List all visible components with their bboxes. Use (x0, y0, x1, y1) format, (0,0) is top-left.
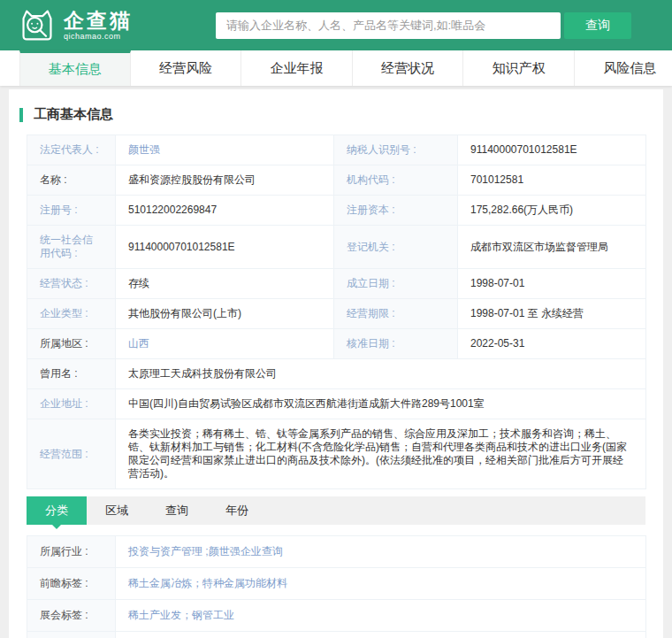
field-value: 稀土金属冶炼；特种金属功能材料 (116, 568, 646, 600)
field-value: 成都市双流区市场监督管理局 (458, 226, 646, 269)
tab-business-risk[interactable]: 经营风险 (131, 50, 242, 86)
table-row: 企业地址 : 中国(四川)自由贸易试验区成都市双流区西航港街道成新大件路289号… (27, 389, 646, 419)
filter-tab-region[interactable]: 区域 (87, 496, 147, 525)
field-label: 名称 : (27, 165, 116, 196)
site-header: 企查猫 qichamao.com 查询 (0, 0, 672, 50)
page-body: 工商基本信息 法定代表人 : 颜世强 纳税人识别号 : 911400007010… (0, 86, 672, 638)
field-value: 175,282.66(万人民币) (458, 196, 646, 226)
table-row: 名称 : 盛和资源控股股份有限公司 机构代码 : 701012581 (27, 165, 646, 196)
section-header: 工商基本信息 (19, 106, 645, 123)
field-value: 存续 (116, 269, 334, 299)
qichamao-logo[interactable]: 企查猫 qichamao.com (18, 8, 133, 43)
field-value: 盛和资源控股股份有限公司 (116, 165, 334, 196)
filter-tab-category[interactable]: 分类 (27, 496, 87, 525)
table-row: 曾用名 : 太原理工天成科技股份有限公司 (27, 359, 646, 389)
field-value: 91140000701012581E (458, 135, 646, 165)
field-value: 91140000701012581E (116, 226, 334, 269)
field-label: 所属行业 : (27, 536, 116, 568)
field-label: 注册号 : (27, 196, 116, 226)
field-label: 机构代码 : (334, 165, 458, 196)
field-label: 企业地址 : (27, 389, 116, 419)
tab-intellectual-property[interactable]: 知识产权 (463, 50, 575, 86)
field-value: 其他股份有限公司(上市) (116, 299, 334, 329)
table-row: 所属地区 : 山西 核准日期 : 2022-05-31 (27, 329, 646, 359)
filter-tab-year[interactable]: 年份 (207, 496, 267, 525)
tab-operating-status[interactable]: 经营状况 (353, 50, 464, 86)
industry-links[interactable]: 投资与资产管理 ;颜世强企业查询 (128, 545, 283, 557)
table-row: 前瞻标签 : 稀土金属冶炼；特种金属功能材料 (27, 568, 646, 600)
tags-table: 所属行业 : 投资与资产管理 ;颜世强企业查询 前瞻标签 : 稀土金属冶炼；特种… (27, 535, 646, 638)
table-row: 经营状态 : 存续 成立日期 : 1998-07-01 (27, 269, 646, 299)
table-row: 注册号 : 510122002269847 注册资本 : 175,282.66(… (27, 196, 646, 226)
field-label: 曾用名 : (27, 359, 116, 389)
table-row: 法定代表人 : 颜世强 纳税人识别号 : 91140000701012581E (27, 135, 646, 165)
field-label: 注册资本 : (334, 196, 458, 226)
brand-domain: qichamao.com (64, 32, 133, 41)
business-scope-value: 各类实业投资；稀有稀土、锆、钛等金属系列产品的销售、综合应用及深加工；技术服务和… (116, 419, 646, 489)
main-nav: 基本信息 经营风险 企业年报 经营状况 知识产权 风险信息 (0, 50, 672, 86)
field-label: 核准日期 : (334, 329, 458, 359)
field-label: 成立日期 : (334, 269, 458, 299)
content-card: 工商基本信息 法定代表人 : 颜世强 纳税人识别号 : 911400007010… (9, 89, 663, 638)
search-input[interactable] (216, 12, 561, 39)
field-value: 2022-05-31 (458, 329, 646, 359)
table-row: 企业类型 : 其他股份有限公司(上市) 经营期限 : 1998-07-01 至 … (27, 299, 646, 329)
filter-tab-query[interactable]: 查询 (147, 496, 207, 525)
field-label: 登记机关 : (334, 226, 458, 269)
field-value: 销售；各类；材料；技术咨询 (116, 632, 646, 638)
field-label: 纳税人识别号 : (334, 135, 458, 165)
table-row: 业务标签 : 销售；各类；材料；技术咨询 (27, 632, 646, 638)
field-value: 稀土产业发；钢管工业 (116, 600, 646, 632)
field-label: 所属地区 : (27, 329, 116, 359)
page-title: 工商基本信息 (34, 106, 113, 123)
search-button[interactable]: 查询 (564, 12, 631, 39)
field-value: 山西 (116, 329, 334, 359)
field-value: 510122002269847 (116, 196, 334, 226)
company-info-table: 法定代表人 : 颜世强 纳税人识别号 : 91140000701012581E … (27, 135, 646, 489)
field-label: 经营状态 : (27, 269, 116, 299)
foresight-tag-links[interactable]: 稀土金属冶炼；特种金属功能材料 (128, 577, 287, 589)
field-value: 1998-07-01 (458, 269, 646, 299)
brand-text: 企查猫 qichamao.com (64, 10, 133, 40)
field-label: 企业类型 : (27, 299, 116, 329)
field-value: 投资与资产管理 ;颜世强企业查询 (116, 536, 646, 568)
accent-bar (19, 108, 23, 122)
field-label: 业务标签 : (27, 632, 116, 638)
search-bar: 查询 (216, 12, 631, 39)
table-row: 经营范围 : 各类实业投资；稀有稀土、锆、钛等金属系列产品的销售、综合应用及深加… (27, 419, 646, 489)
table-row: 所属行业 : 投资与资产管理 ;颜世强企业查询 (27, 536, 646, 568)
field-label: 法定代表人 : (27, 135, 116, 165)
filter-tab-bar: 分类 区域 查询 年份 (27, 496, 645, 525)
field-value: 颜世强 (116, 135, 334, 165)
legal-representative-link[interactable]: 颜世强 (128, 143, 160, 156)
tab-annual-report[interactable]: 企业年报 (241, 50, 353, 86)
field-value: 太原理工天成科技股份有限公司 (116, 359, 646, 389)
region-link[interactable]: 山西 (128, 337, 149, 350)
tab-basic-info[interactable]: 基本信息 (19, 50, 131, 86)
brand-name: 企查猫 (64, 10, 133, 31)
field-label: 统一社会信用代码 : (27, 226, 116, 269)
table-row: 统一社会信用代码 : 91140000701012581E 登记机关 : 成都市… (27, 226, 646, 269)
field-value: 中国(四川)自由贸易试验区成都市双流区西航港街道成新大件路289号1001室 (116, 389, 646, 419)
field-label: 经营期限 : (334, 299, 458, 329)
field-value: 701012581 (458, 165, 646, 196)
field-label: 前瞻标签 : (27, 568, 116, 600)
exhibition-tag-links[interactable]: 稀土产业发；钢管工业 (128, 609, 234, 621)
table-row: 展会标签 : 稀土产业发；钢管工业 (27, 600, 646, 632)
cat-magnifier-icon (18, 8, 57, 43)
field-label: 经营范围 : (27, 419, 116, 489)
tab-risk-info[interactable]: 风险信息 (575, 50, 672, 86)
field-value: 1998-07-01 至 永续经营 (458, 299, 646, 329)
field-label: 展会标签 : (27, 600, 116, 632)
